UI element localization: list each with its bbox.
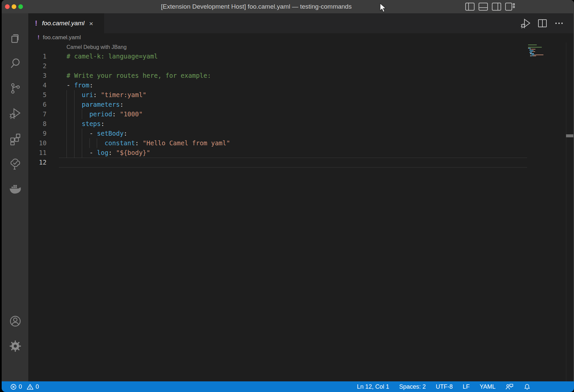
search-icon[interactable] — [9, 57, 22, 69]
activity-bar — [2, 13, 28, 381]
mouse-cursor — [379, 3, 387, 13]
indentation-indicator[interactable]: Spaces: 2 — [399, 383, 426, 390]
line-number: 8 — [28, 119, 47, 129]
code-line-12[interactable]: 12 — [28, 158, 574, 167]
warning-count: 0 — [36, 383, 39, 390]
notifications-bell-icon[interactable] — [523, 383, 531, 390]
code-line-6[interactable]: 6 parameters: — [28, 100, 574, 109]
code-line-8[interactable]: 8 steps: — [28, 119, 574, 129]
code-line-2[interactable]: 2 — [28, 61, 574, 71]
overview-ruler-marker — [566, 134, 574, 137]
line-number: 10 — [28, 138, 47, 148]
toggle-secondary-sidebar-icon[interactable] — [492, 2, 502, 12]
code-text: period: "1000" — [67, 109, 143, 119]
overview-ruler-border — [566, 43, 566, 381]
close-window-button[interactable] — [5, 4, 10, 9]
line-number: 12 — [28, 158, 47, 167]
breadcrumb-item-file[interactable]: foo.camel.yaml — [43, 34, 81, 41]
minimap[interactable] — [528, 42, 555, 62]
vscode-window: [Extension Development Host] foo.camel.y… — [2, 0, 574, 392]
encoding-indicator[interactable]: UTF-8 — [436, 383, 453, 390]
zoom-window-button[interactable] — [18, 4, 23, 9]
tab-foo-camel-yaml[interactable]: ! foo.camel.yaml × — [28, 13, 104, 33]
line-number: 6 — [28, 100, 47, 109]
problems-indicator[interactable]: 0 0 — [10, 383, 39, 390]
error-icon — [10, 384, 17, 390]
status-bar: 0 0 Ln 12, Col 1 Spaces: 2 UTF-8 LF YAML — [2, 381, 574, 392]
code-text: - setBody: — [67, 129, 127, 138]
tab-bar: ! foo.camel.yaml × — [28, 13, 574, 33]
accounts-icon[interactable] — [9, 315, 22, 327]
code-line-11[interactable]: 11 - log: "${body}" — [28, 148, 574, 158]
line-number: 1 — [28, 52, 47, 61]
minimize-window-button[interactable] — [12, 4, 16, 9]
code-lines: 1# camel-k: language=yaml23# Write your … — [28, 52, 574, 167]
code-text: steps: — [67, 119, 104, 129]
docker-icon[interactable] — [9, 183, 22, 196]
source-control-icon[interactable] — [9, 82, 22, 95]
codelens-camel-debug[interactable]: Camel Debug with JBang — [28, 42, 574, 52]
error-count: 0 — [19, 383, 22, 390]
run-or-debug-icon[interactable] — [520, 18, 531, 29]
yaml-file-icon: ! — [35, 19, 37, 28]
more-actions-icon[interactable] — [553, 18, 565, 29]
code-line-1[interactable]: 1# camel-k: language=yaml — [28, 52, 574, 61]
breadcrumb[interactable]: ! foo.camel.yaml — [28, 33, 574, 42]
line-number: 4 — [28, 80, 47, 90]
customize-layout-icon[interactable] — [505, 2, 515, 12]
line-number: 3 — [28, 71, 47, 80]
line-number: 11 — [28, 148, 47, 158]
window-title: [Extension Development Host] foo.camel.y… — [161, 0, 352, 13]
language-mode-indicator[interactable]: YAML — [480, 383, 496, 390]
tab-label: foo.camel.yaml — [42, 20, 84, 27]
yaml-file-icon: ! — [38, 34, 40, 41]
testing-icon[interactable] — [9, 158, 22, 170]
code-line-5[interactable]: 5 uri: "timer:yaml" — [28, 90, 574, 100]
cursor-position-indicator[interactable]: Ln 12, Col 1 — [357, 383, 389, 390]
code-line-10[interactable]: 10 constant: "Hello Camel from yaml" — [28, 138, 574, 148]
toggle-panel-icon[interactable] — [478, 2, 488, 12]
explorer-icon[interactable] — [9, 32, 22, 45]
code-text: # camel-k: language=yaml — [67, 52, 158, 61]
code-text: parameters: — [67, 100, 124, 109]
code-line-3[interactable]: 3# Write your routes here, for example: — [28, 71, 574, 80]
extensions-icon[interactable] — [9, 133, 22, 145]
line-number: 5 — [28, 90, 47, 100]
warning-icon — [27, 384, 34, 390]
code-text: constant: "Hello Camel from yaml" — [67, 138, 230, 148]
code-line-7[interactable]: 7 period: "1000" — [28, 109, 574, 119]
code-text: - from: — [67, 80, 93, 90]
close-tab-icon[interactable]: × — [89, 20, 93, 27]
settings-gear-icon[interactable] — [9, 340, 22, 352]
line-number: 7 — [28, 109, 47, 119]
run-and-debug-icon[interactable] — [9, 107, 22, 120]
code-text: # Write your routes here, for example: — [67, 71, 211, 80]
code-text: uri: "timer:yaml" — [67, 90, 146, 100]
line-number: 2 — [28, 61, 47, 71]
toggle-primary-sidebar-icon[interactable] — [465, 2, 475, 12]
code-line-9[interactable]: 9 - setBody: — [28, 129, 574, 138]
editor-group: ! foo.camel.yaml × ! — [28, 13, 574, 381]
titlebar: [Extension Development Host] foo.camel.y… — [2, 0, 574, 13]
line-number: 9 — [28, 129, 47, 138]
eol-indicator[interactable]: LF — [463, 383, 470, 390]
code-editor[interactable]: Camel Debug with JBang 1# camel-k: langu… — [28, 42, 574, 381]
feedback-icon[interactable] — [505, 383, 513, 390]
current-line-highlight — [59, 158, 527, 168]
code-text: - log: "${body}" — [67, 148, 150, 158]
split-editor-icon[interactable] — [537, 18, 548, 29]
code-line-4[interactable]: 4- from: — [28, 80, 574, 90]
